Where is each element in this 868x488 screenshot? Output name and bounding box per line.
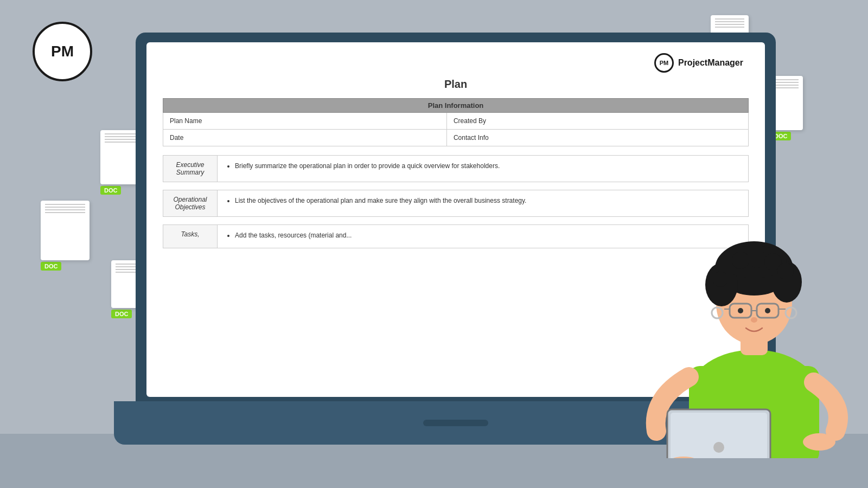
executive-summary-label: Executive Summary — [163, 156, 218, 182]
tasks-label: Tasks, — [163, 225, 218, 248]
svg-point-12 — [777, 263, 794, 279]
document-title: Plan — [163, 78, 749, 91]
plan-info-row1: Plan Name Created By — [163, 113, 749, 130]
svg-point-20 — [765, 308, 770, 313]
svg-point-13 — [713, 272, 728, 287]
pm-logo: PM — [33, 22, 92, 81]
plan-info-header: Plan Information — [163, 99, 749, 113]
doc-header: PM ProjectManager — [163, 53, 749, 73]
doc-float-4: DOC — [41, 201, 90, 271]
laptop-hinge — [423, 420, 488, 426]
plan-name-label: Plan Name — [163, 113, 447, 130]
plan-info-row2: Date Contact Info — [163, 130, 749, 146]
contact-info-label: Contact Info — [446, 130, 748, 146]
brand-circle: PM — [654, 53, 674, 73]
svg-point-26 — [713, 442, 724, 453]
svg-point-10 — [748, 249, 766, 268]
plan-info-header-row: Plan Information — [163, 99, 749, 113]
pm-brand: PM ProjectManager — [654, 53, 743, 73]
svg-point-29 — [803, 433, 835, 451]
operational-objectives-label: Operational Objectives — [163, 190, 218, 217]
svg-point-9 — [732, 252, 749, 269]
brand-name: ProjectManager — [678, 58, 743, 68]
created-by-label: Created By — [446, 113, 748, 130]
doc-paper-4 — [41, 201, 90, 260]
svg-point-19 — [738, 308, 743, 313]
plan-info-table: Plan Information Plan Name Created By Da… — [163, 98, 749, 146]
doc-badge-5: DOC — [111, 310, 132, 318]
date-label: Date — [163, 130, 447, 146]
person-illustration — [640, 165, 868, 458]
doc-badge-3: DOC — [100, 186, 121, 195]
svg-point-21 — [751, 317, 757, 323]
doc-badge-4: DOC — [41, 262, 61, 271]
